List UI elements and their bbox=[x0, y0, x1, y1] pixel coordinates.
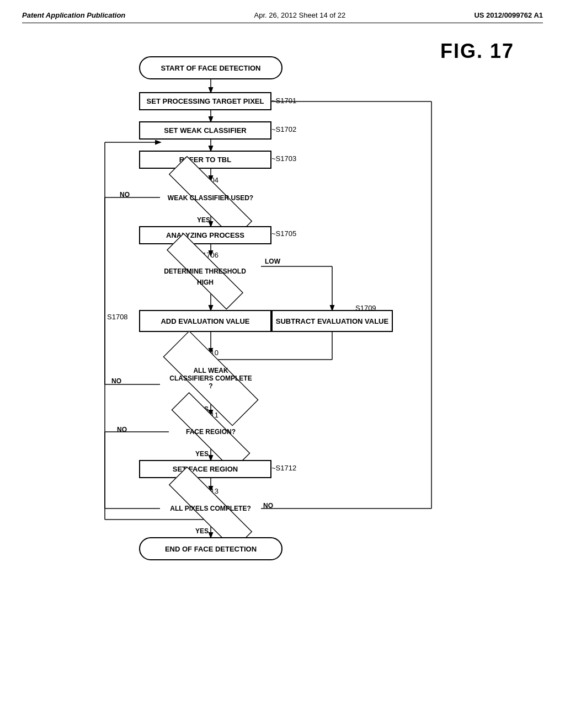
s1709-box: SUBTRACT EVALUATION VALUE bbox=[271, 310, 393, 332]
s1702-label: ~S1702 bbox=[271, 125, 296, 133]
page: Patent Application Publication Apr. 26, … bbox=[0, 0, 565, 728]
s1713-diamond: ALL PIXELS COMPLETE? bbox=[146, 491, 275, 526]
s1711-no-label: NO bbox=[117, 426, 127, 433]
s1713-no-label: NO bbox=[263, 502, 273, 510]
s1712-box: SET FACE REGION bbox=[139, 460, 271, 478]
s1710-diamond: ALL WEAK CLASSIFIERS COMPLETE ? bbox=[142, 353, 280, 404]
header: Patent Application Publication Apr. 26, … bbox=[22, 11, 543, 23]
s1710-no-label: NO bbox=[111, 377, 121, 385]
fig-label: FIG. 17 bbox=[440, 40, 514, 63]
s1705-label: ~S1705 bbox=[271, 229, 296, 238]
s1701-box: SET PROCESSING TARGET PIXEL bbox=[139, 92, 271, 110]
s1712-label: ~S1712 bbox=[271, 464, 296, 472]
header-right: US 2012/0099762 A1 bbox=[474, 11, 543, 19]
low-label: LOW bbox=[265, 258, 280, 265]
s1704-no-label: NO bbox=[120, 191, 130, 199]
s1704-diamond: WEAK CLASSIFIER USED? bbox=[146, 180, 275, 215]
s1711-yes-label: YES bbox=[195, 450, 209, 458]
s1703-box: REFER TO TBL bbox=[139, 151, 271, 169]
s1708-box: ADD EVALUATION VALUE bbox=[139, 310, 271, 332]
s1705-box: ANALYZING PROCESS bbox=[139, 226, 271, 244]
end-box: END OF FACE DETECTION bbox=[139, 537, 282, 560]
s1701-label: ~S1701 bbox=[271, 97, 296, 105]
high-label: HIGH bbox=[197, 279, 214, 286]
header-left: Patent Application Publication bbox=[22, 11, 125, 19]
diagram: FIG. 17 bbox=[40, 40, 525, 674]
s1708-label: S1708 bbox=[107, 313, 128, 321]
header-center: Apr. 26, 2012 Sheet 14 of 22 bbox=[254, 11, 346, 19]
start-box: START OF FACE DETECTION bbox=[139, 56, 282, 79]
s1703-label: ~S1703 bbox=[271, 154, 296, 163]
s1711-diamond: FACE REGION? bbox=[150, 415, 271, 448]
s1704-yes-label: YES bbox=[197, 216, 210, 224]
s1713-yes-label: YES bbox=[195, 527, 209, 535]
s1702-box: SET WEAK CLASSIFIER bbox=[139, 121, 271, 140]
connectors bbox=[40, 40, 525, 674]
